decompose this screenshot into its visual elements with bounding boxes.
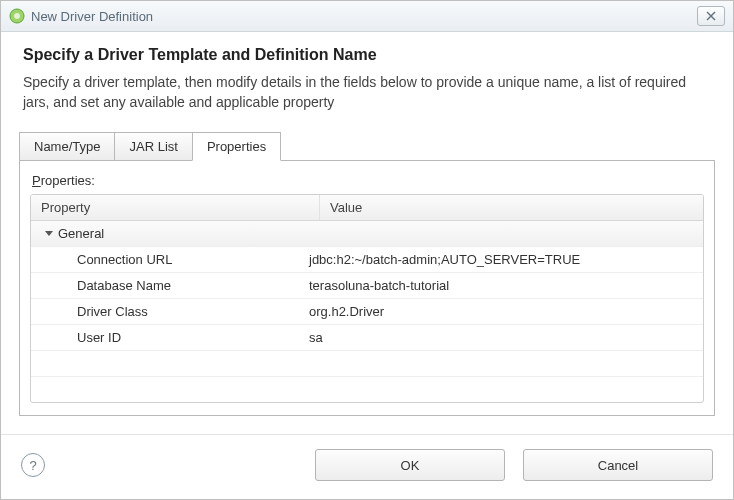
- header-area: Specify a Driver Template and Definition…: [1, 32, 733, 123]
- tabs-row: Name/Type JAR List Properties: [1, 131, 733, 160]
- page-description: Specify a driver template, then modify d…: [23, 72, 711, 113]
- page-heading: Specify a Driver Template and Definition…: [23, 46, 711, 64]
- tab-panel-properties: Properties: Property Value General Conne…: [19, 160, 715, 416]
- help-button[interactable]: ?: [21, 453, 45, 477]
- tab-name-type[interactable]: Name/Type: [19, 132, 115, 160]
- ok-button[interactable]: OK: [315, 449, 505, 481]
- close-icon: [706, 11, 716, 21]
- close-button[interactable]: [697, 6, 725, 26]
- property-value[interactable]: jdbc:h2:~/batch-admin;AUTO_SERVER=TRUE: [299, 248, 703, 271]
- tab-properties[interactable]: Properties: [192, 132, 281, 161]
- column-header-property[interactable]: Property: [31, 195, 320, 220]
- group-row-general[interactable]: General: [31, 221, 703, 247]
- property-name: User ID: [31, 326, 299, 349]
- table-row[interactable]: Driver Class org.h2.Driver: [31, 299, 703, 325]
- tab-jar-list[interactable]: JAR List: [114, 132, 192, 160]
- column-header-value[interactable]: Value: [320, 195, 703, 220]
- table-row-empty: [31, 351, 703, 377]
- properties-table-header: Property Value: [31, 195, 703, 221]
- help-icon: ?: [29, 458, 36, 473]
- app-icon: [9, 8, 25, 24]
- table-row[interactable]: Database Name terasoluna-batch-tutorial: [31, 273, 703, 299]
- table-row[interactable]: User ID sa: [31, 325, 703, 351]
- property-name: Driver Class: [31, 300, 299, 323]
- properties-label: Properties:: [32, 173, 704, 188]
- dialog-footer: ? OK Cancel: [1, 434, 733, 499]
- property-value[interactable]: org.h2.Driver: [299, 300, 703, 323]
- table-row[interactable]: Connection URL jdbc:h2:~/batch-admin;AUT…: [31, 247, 703, 273]
- cancel-button[interactable]: Cancel: [523, 449, 713, 481]
- property-value[interactable]: sa: [299, 326, 703, 349]
- chevron-down-icon: [45, 231, 53, 236]
- properties-table: Property Value General Connection URL jd…: [30, 194, 704, 403]
- window-title: New Driver Definition: [31, 9, 697, 24]
- group-label: General: [58, 226, 104, 241]
- property-value[interactable]: terasoluna-batch-tutorial: [299, 274, 703, 297]
- property-name: Connection URL: [31, 248, 299, 271]
- table-row-empty: [31, 377, 703, 402]
- titlebar: New Driver Definition: [1, 1, 733, 32]
- dialog-window: New Driver Definition Specify a Driver T…: [0, 0, 734, 500]
- property-name: Database Name: [31, 274, 299, 297]
